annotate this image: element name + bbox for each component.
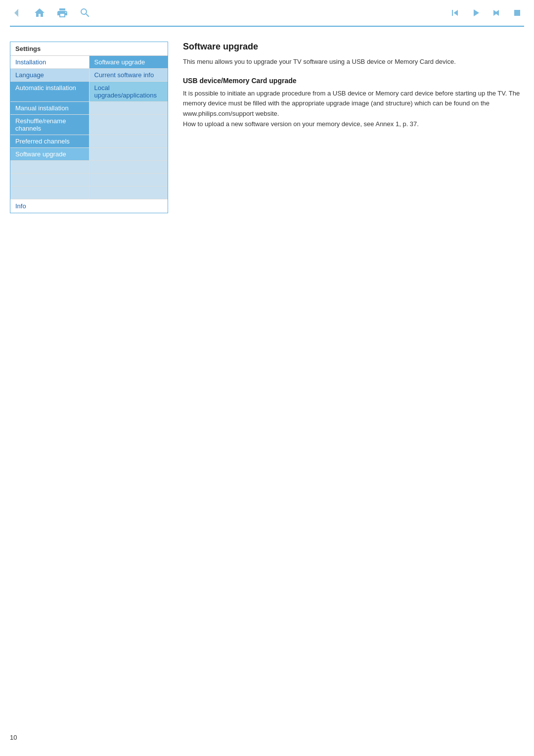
menu-cell-empty-6 (89, 135, 168, 147)
toolbar-right (448, 6, 524, 20)
menu-row: Language Current software info (10, 69, 168, 82)
menu-row: Software upgrade (10, 148, 168, 161)
menu-cell-empty-8a (10, 161, 89, 173)
section-title: USB device/Memory Card upgrade (183, 77, 524, 85)
toolbar-left (10, 6, 92, 20)
stop-icon[interactable] (510, 6, 524, 20)
menu-panel: Settings Installation Software upgrade L… (10, 42, 168, 213)
menu-cell-empty-7 (89, 148, 168, 160)
menu-row (10, 187, 168, 199)
menu-item-language[interactable]: Language (10, 69, 89, 81)
menu-item-preferred[interactable]: Preferred channels (10, 135, 89, 147)
menu-row: Installation Software upgrade (10, 56, 168, 69)
menu-item-local-upgrades[interactable]: Local upgrades/applications (89, 82, 168, 101)
menu-cell-empty-4 (89, 102, 168, 114)
page-number: 10 (10, 734, 17, 741)
skip-back-icon[interactable] (448, 6, 462, 20)
menu-row (10, 161, 168, 174)
menu-cell-empty-10b (89, 187, 168, 199)
svg-marker-0 (14, 9, 18, 17)
print-icon[interactable] (55, 6, 69, 20)
content-description: This menu allows you to upgrade your TV … (183, 57, 524, 67)
menu-cell-empty-9a (10, 174, 89, 186)
menu-row: Automatic installation Local upgrades/ap… (10, 82, 168, 102)
menu-item-current-software[interactable]: Current software info (89, 69, 168, 81)
menu-box: Settings Installation Software upgrade L… (10, 42, 168, 213)
content-title: Software upgrade (183, 42, 524, 52)
home-icon[interactable] (33, 6, 46, 20)
menu-row: Reshuffle/rename channels (10, 115, 168, 135)
skip-forward-icon[interactable] (490, 6, 503, 20)
menu-item-software-upgrade[interactable]: Software upgrade (10, 148, 89, 160)
menu-row: Manual installation (10, 102, 168, 115)
menu-row (10, 174, 168, 187)
menu-item-automatic[interactable]: Automatic installation (10, 82, 89, 101)
menu-item-installation[interactable]: Installation (10, 56, 89, 68)
play-icon[interactable] (469, 6, 483, 20)
menu-item-reshuffle[interactable]: Reshuffle/rename channels (10, 115, 89, 135)
menu-info-row[interactable]: Info (10, 199, 168, 213)
toolbar (0, 0, 534, 26)
menu-cell-empty-10a (10, 187, 89, 199)
menu-cell-empty-9b (89, 174, 168, 186)
menu-item-manual[interactable]: Manual installation (10, 102, 89, 114)
search-icon[interactable] (78, 6, 92, 20)
menu-cell-empty-8b (89, 161, 168, 173)
main-content: Settings Installation Software upgrade L… (0, 27, 534, 228)
back-arrow-icon[interactable] (10, 6, 24, 20)
section-description: It is possible to initiate an upgrade pr… (183, 89, 524, 130)
menu-row: Preferred channels (10, 135, 168, 148)
menu-header: Settings (10, 42, 168, 56)
content-panel: Software upgrade This menu allows you to… (183, 42, 524, 213)
menu-cell-empty-5 (89, 115, 168, 135)
menu-item-software-upgrade-right[interactable]: Software upgrade (89, 56, 168, 68)
